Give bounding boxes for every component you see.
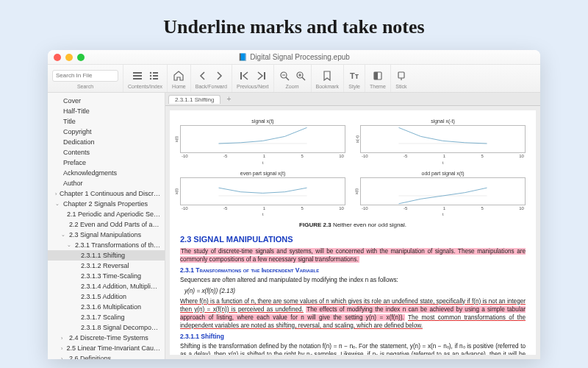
svg-rect-1 [133,75,142,77]
para-2: Where f(n) is a function of n, there are… [180,297,526,330]
toc-item[interactable]: 2.1 Periodic and Aperiodic Se… [48,209,165,219]
next-icon[interactable] [255,70,267,82]
shifting-para: Shifting is the transformation defined b… [180,342,526,355]
app-window: 📘 Digital Signal Processing.epub Search … [48,50,540,359]
svg-rect-19 [374,72,378,79]
toolbar-prevnext-label: Previous/Next [237,84,269,89]
content-area: 2.3.1.1 Shifting + signal x(t)x(t)-10-51… [165,93,540,359]
chart: even part signal x(t)x(t)-10-51510t [180,170,345,218]
tab-bar: 2.3.1.1 Shifting + [165,93,540,106]
toolbar-stick-label: Stick [395,84,406,89]
toc-item[interactable]: 2.2 Even and Odd Parts of a… [48,219,165,230]
theme-icon[interactable] [372,70,384,82]
contents-icon[interactable] [132,70,143,82]
style-icon[interactable]: Tт [348,70,360,82]
titlebar: 📘 Digital Signal Processing.epub [48,50,540,65]
toolbar-contents-label: Contents/Index [128,84,162,89]
toolbar-search-label: Search [77,84,93,89]
toolbar-stick: Stick [391,65,412,92]
svg-line-12 [286,77,289,80]
home-icon[interactable] [173,70,184,82]
tab-active[interactable]: 2.3.1.1 Shifting [168,95,220,104]
toolbar-bookmark-label: Bookmark [316,84,340,89]
forward-icon[interactable] [213,70,225,82]
svg-point-3 [149,71,151,73]
toc-item[interactable]: 2.3.1.6 Multiplication [48,302,165,312]
toc-item[interactable]: ⌄Chapter 2 Signals Properties [48,199,165,209]
toc-item[interactable]: ⌄2.3.1 Transformations of th… [48,240,165,250]
toc-item[interactable]: Copyright [48,127,165,137]
svg-rect-9 [240,72,242,79]
toolbar-backforward: Back/Forward [191,65,232,92]
svg-rect-10 [264,72,265,79]
toolbar-prevnext: Previous/Next [232,65,274,92]
zoom-button[interactable] [77,54,85,61]
equation: y(n) = x(f(n)) (2.13) [184,287,526,295]
toolbar-bookmark: Bookmark [312,65,345,92]
prev-icon[interactable] [239,70,251,82]
window-title: 📘 Digital Signal Processing.epub [238,53,350,61]
index-icon[interactable] [148,70,159,82]
stick-icon[interactable] [395,70,407,82]
svg-rect-20 [398,72,404,78]
toc-item[interactable]: ›2.5 Linear Time-Invariant Cau… [48,343,165,353]
figure-caption: FIGURE 2.3 Neither even nor odd signal. [180,222,526,230]
toc-item[interactable]: Author [48,178,165,188]
app-body: CoverHalf-TitleTitleCopyrightDedicationC… [48,93,540,359]
toc-item[interactable]: Acknowledgments [48,168,165,178]
shifting-heading: 2.3.1.1 Shifting [180,333,526,341]
toolbar-nav-label: Back/Forward [196,84,227,89]
toc-item[interactable]: Contents [48,147,165,158]
svg-rect-2 [133,78,142,79]
toc-item[interactable]: 2.3.1.1 Shifting [48,250,165,261]
svg-rect-4 [153,72,158,74]
toolbar-theme-label: Theme [370,84,386,89]
toc-item[interactable]: ›Chapter 1 Continuous and Discr… [48,188,165,199]
window-controls [54,54,85,61]
toc-item[interactable]: 2.3.1.4 Addition, Multipli… [48,281,165,291]
toolbar-contents: Contents/Index [123,65,168,92]
section-heading: 2.3 SIGNAL MANIPULATIONS [180,234,526,245]
toolbar-home: Home [168,65,191,92]
zoom-out-icon[interactable] [279,70,290,82]
toolbar-style: Tт Style [344,65,365,92]
toolbar-style-label: Style [348,84,360,89]
minimize-button[interactable] [65,54,73,61]
toc-item[interactable]: Title [48,116,165,127]
toc-item[interactable]: Cover [48,96,165,106]
zoom-in-icon[interactable] [295,70,306,82]
figure-charts: signal x(t)x(t)-10-51510tsignal x(-t)x(-… [180,118,526,217]
svg-rect-8 [153,78,158,79]
document-page[interactable]: signal x(t)x(t)-10-51510tsignal x(-t)x(-… [170,110,536,355]
subsection-heading: 2.3.1 Transformations of the Independent… [180,266,526,275]
toolbar-zoom: Zoom [274,65,312,92]
toc-item[interactable]: ⌄2.3 Signal Manipulations [48,230,165,240]
svg-line-15 [302,77,305,80]
close-button[interactable] [54,54,61,61]
back-icon[interactable] [197,70,209,82]
toc-item[interactable]: 2.3.1.7 Scaling [48,312,165,322]
bookmark-icon[interactable] [321,70,333,82]
toc-item[interactable]: ›2.4 Discrete-Time Systems [48,333,165,343]
toc-item[interactable]: 2.3.1.5 Addition [48,291,165,302]
toc-item[interactable]: 2.3.1.8 Signal Decompo… [48,322,165,333]
tab-add-button[interactable]: + [223,95,234,103]
toolbar-home-label: Home [172,84,186,89]
toc-item[interactable]: ›2.6 Definitions [48,353,165,359]
toc-item[interactable]: Preface [48,158,165,168]
svg-rect-0 [133,72,142,74]
toc-item[interactable]: Half-Title [48,106,165,116]
toolbar-theme: Theme [365,65,391,92]
svg-point-7 [149,77,151,79]
toolbar-search: Search [48,65,123,92]
chart: signal x(t)x(t)-10-51510t [180,118,345,166]
toc-item[interactable]: 2.3.1.2 Reversal [48,261,165,271]
intro-para: The study of discrete-time signals and s… [180,247,526,263]
toc-item[interactable]: 2.3.1.3 Time-Scaling [48,271,165,281]
search-input[interactable] [52,70,118,82]
toc-sidebar[interactable]: CoverHalf-TitleTitleCopyrightDedicationC… [48,93,165,359]
toc-item[interactable]: Dedication [48,137,165,147]
marketing-headline: Underline marks and take notes [0,0,588,50]
toolbar-zoom-label: Zoom [286,84,299,89]
window-title-text: Digital Signal Processing.epub [250,53,350,61]
